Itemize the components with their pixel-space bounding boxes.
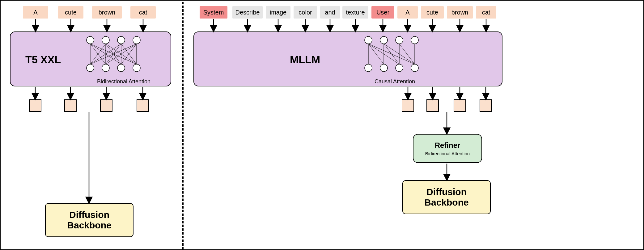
left-attention-caption: Bidirectional Attention <box>97 78 150 85</box>
right-token-6: User <box>371 6 394 19</box>
center-divider <box>182 2 184 249</box>
right-output-2 <box>454 99 466 112</box>
left-output-3 <box>137 99 149 112</box>
right-token-5: texture <box>342 6 368 19</box>
left-output-2 <box>100 99 112 112</box>
right-output-1 <box>426 99 439 112</box>
left-token-1: cute <box>58 6 83 19</box>
right-diffusion-label: DiffusionBackbone <box>424 187 468 208</box>
right-token-3: color <box>294 6 317 19</box>
right-token-9: brown <box>447 6 473 19</box>
refiner-block: Refiner Bidirectional Attention <box>413 134 482 163</box>
right-encoder: MLLM Causal Attention <box>193 31 502 86</box>
left-diffusion-label: DiffusionBackbone <box>67 210 111 231</box>
diagram-canvas: A cute brown cat T5 XXL Bidirectional At… <box>0 0 644 250</box>
right-token-10: cat <box>476 6 496 19</box>
right-token-1: Describe <box>232 6 263 19</box>
refiner-subtitle: Bidirectional Attention <box>425 151 470 156</box>
left-encoder-title: T5 XXL <box>25 54 61 66</box>
left-encoder: T5 XXL Bidirectional Attention <box>10 31 171 86</box>
left-token-0: A <box>23 6 48 19</box>
right-output-0 <box>402 99 414 112</box>
left-token-2: brown <box>92 6 122 19</box>
right-attention-caption: Causal Attention <box>375 78 415 85</box>
left-token-3: cat <box>130 6 156 19</box>
right-diffusion-backbone: DiffusionBackbone <box>402 180 491 214</box>
refiner-title: Refiner <box>435 141 460 150</box>
right-output-3 <box>480 99 492 112</box>
right-token-7: A <box>397 6 418 19</box>
right-token-4: and <box>320 6 340 19</box>
right-encoder-title: MLLM <box>290 54 320 66</box>
left-output-1 <box>64 99 77 112</box>
left-output-0 <box>29 99 41 112</box>
left-diffusion-backbone: DiffusionBackbone <box>45 203 133 237</box>
right-token-2: image <box>266 6 290 19</box>
right-token-8: cute <box>421 6 444 19</box>
right-token-0: System <box>200 6 227 19</box>
